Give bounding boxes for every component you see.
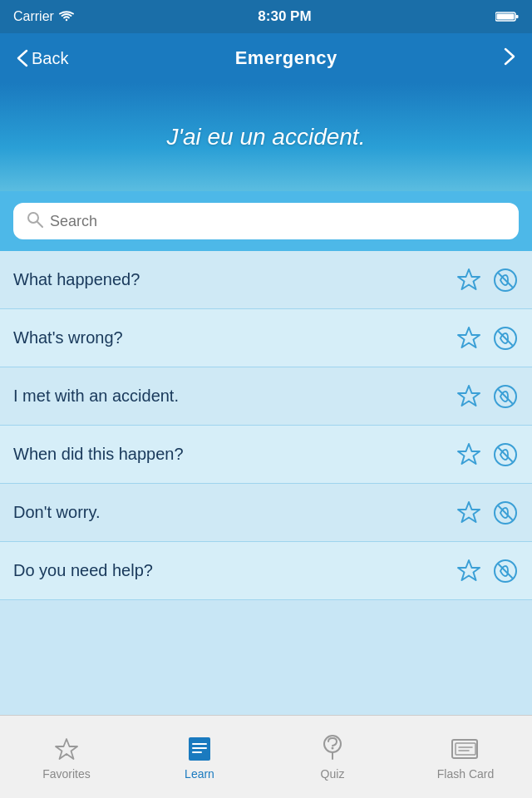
sound-icon[interactable] [492,500,519,526]
nav-bar: Back Emergency [0,33,532,83]
wifi-icon [59,11,74,22]
svg-marker-17 [458,502,480,522]
quiz-icon [318,734,347,764]
svg-marker-23 [56,739,77,759]
list-item[interactable]: I met with an accident. [0,367,532,426]
tab-favorites-label: Favorites [42,767,91,781]
search-container [0,191,532,251]
item-icons [456,558,519,584]
item-text: When did this happen? [13,445,446,464]
list-item[interactable]: What's wrong? [0,309,532,367]
svg-rect-32 [456,743,475,755]
item-text: Do you need help? [13,561,446,580]
svg-marker-5 [458,269,480,289]
star-icon[interactable] [456,500,482,526]
list-container: What happened? What's wrong? I met with … [0,251,532,715]
tab-flashcard-label: Flash Card [437,767,494,781]
favorites-icon [52,734,81,764]
forward-button[interactable] [504,47,515,70]
search-icon [27,211,43,232]
search-input[interactable] [50,213,505,230]
tab-bar: Favorites Learn Quiz [0,715,532,798]
tab-learn-label: Learn [185,767,214,781]
star-icon[interactable] [456,325,482,352]
star-icon[interactable] [456,441,482,468]
list-item[interactable]: What happened? [0,251,532,309]
back-chevron-icon [17,49,28,67]
flashcard-icon [451,734,480,764]
star-icon[interactable] [456,558,482,584]
sound-icon[interactable] [492,267,519,293]
search-bar[interactable] [13,203,519,239]
item-text: I met with an accident. [13,387,446,406]
battery-icon [495,11,519,22]
item-text: What happened? [13,270,446,289]
tab-quiz[interactable]: Quiz [266,726,399,789]
list-item[interactable]: Don't worry. [0,484,532,542]
list-item[interactable]: Do you need help? [0,542,532,600]
nav-title: Emergency [235,47,337,69]
status-right [495,11,519,22]
star-icon[interactable] [456,267,482,293]
list-item[interactable]: When did this happen? [0,426,532,484]
tab-flashcard[interactable]: Flash Card [399,726,532,789]
svg-rect-1 [515,15,518,18]
item-icons [456,325,519,352]
item-text: What's wrong? [13,328,446,347]
sound-icon[interactable] [492,325,519,352]
tab-learn[interactable]: Learn [133,726,266,789]
tab-quiz-label: Quiz [321,767,345,781]
hero-area: J'ai eu un accident. [0,83,532,191]
item-icons [456,500,519,526]
svg-marker-11 [458,386,480,406]
svg-point-3 [28,213,38,223]
back-label: Back [32,49,68,68]
svg-marker-14 [458,444,480,464]
svg-line-4 [37,222,42,227]
svg-marker-20 [458,560,480,580]
learn-icon [185,734,214,764]
item-text: Don't worry. [13,503,446,522]
carrier-label: Carrier [13,9,54,24]
item-icons [456,267,519,293]
svg-marker-8 [458,328,480,347]
svg-point-30 [332,746,334,749]
status-left: Carrier [13,9,74,24]
status-time: 8:30 PM [258,8,311,25]
status-bar: Carrier 8:30 PM [0,0,532,33]
sound-icon[interactable] [492,383,519,410]
back-button[interactable]: Back [17,49,68,68]
tab-favorites[interactable]: Favorites [0,726,133,789]
star-icon[interactable] [456,383,482,410]
item-icons [456,441,519,468]
svg-rect-2 [496,14,514,20]
hero-sentence: J'ai eu un accident. [167,124,366,150]
phrase-list: What happened? What's wrong? I met with … [0,251,532,600]
item-icons [456,383,519,410]
sound-icon[interactable] [492,558,519,584]
forward-chevron-icon [504,47,515,66]
sound-icon[interactable] [492,441,519,468]
